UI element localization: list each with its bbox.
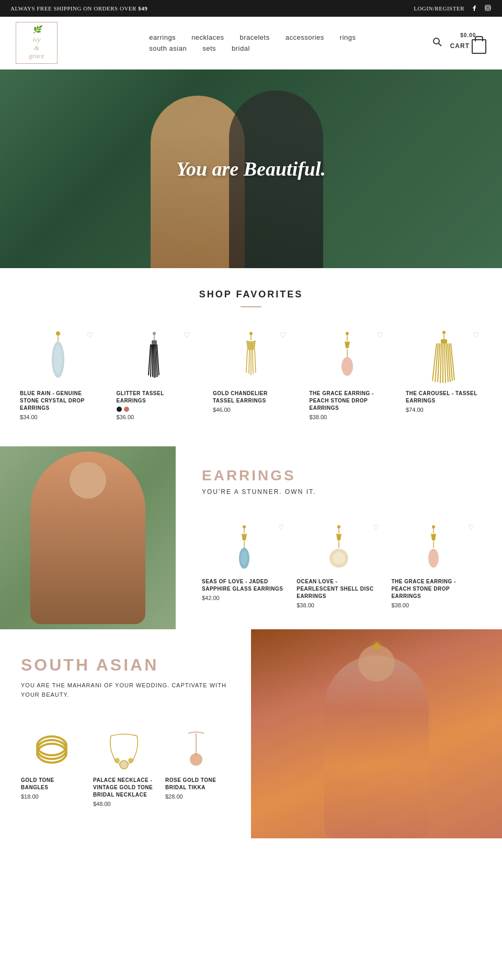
wishlist-btn-seas[interactable]: ♡ — [278, 523, 284, 532]
nav-bridal[interactable]: bridal — [232, 44, 250, 52]
wishlist-btn-5[interactable]: ♡ — [473, 331, 480, 340]
sa-product-name-necklace: PALACE NECKLACE - VINTAGE GOLD TONE BRID… — [93, 777, 155, 799]
promo-product-ocean-love[interactable]: ♡ OCEAN LOVE - PEARLESCENT SHELL DISC EA… — [296, 522, 381, 608]
promo-img-ocean: ♡ — [296, 522, 381, 574]
cart-amount: $0.00 — [460, 32, 476, 38]
svg-point-54 — [432, 525, 435, 528]
svg-line-25 — [255, 349, 256, 373]
nav-sets[interactable]: sets — [202, 44, 216, 52]
shop-favorites-section: SHOP FAVORITES ♡ BLUE RAIN - GENUINE STO… — [0, 268, 502, 446]
product-image-carousel-tassel: ♡ — [406, 328, 482, 386]
earring-illustration-2 — [140, 331, 169, 383]
nav-row-1: earrings necklaces bracelets accessories… — [149, 33, 356, 41]
promo-product-name-grace: THE GRACE EARRING - PEACH STONE DROP EAR… — [391, 578, 475, 600]
nav-south-asian[interactable]: south asian — [149, 44, 187, 52]
wishlist-btn-4[interactable]: ♡ — [376, 331, 383, 340]
svg-point-27 — [346, 332, 349, 335]
product-image-grace-earring: ♡ — [310, 328, 386, 386]
south-asian-bride-image: ◆ — [251, 629, 502, 838]
product-card-grace-earring[interactable]: ♡ THE GRACE EARRING - PEACH STONE DROP E… — [305, 323, 390, 425]
product-card-blue-rain[interactable]: ♡ BLUE RAIN - GENUINE STONE CRYSTAL DROP… — [16, 323, 100, 425]
facebook-link[interactable] — [471, 4, 478, 13]
wishlist-btn-grace2[interactable]: ♡ — [468, 523, 474, 532]
social-links: LOGIN/REGISTER — [414, 4, 492, 13]
promo-product-name-ocean: OCEAN LOVE - PEARLESCENT SHELL DISC EARR… — [296, 578, 381, 600]
promo-img-grace: ♡ — [391, 522, 475, 574]
promo-product-price-seas: $42.00 — [202, 595, 286, 601]
south-asian-section: SOUTH ASIAN YOU ARE THE MAHARANI OF YOUR… — [0, 629, 502, 838]
svg-point-49 — [337, 525, 340, 528]
sa-img-bangles — [21, 725, 83, 773]
svg-point-31 — [442, 331, 446, 334]
cart-bag-icon — [472, 39, 486, 54]
svg-line-15 — [154, 344, 154, 378]
wishlist-btn-1[interactable]: ♡ — [87, 331, 94, 340]
tikka-illustration — [178, 728, 214, 770]
svg-point-1 — [487, 7, 489, 9]
svg-point-29 — [341, 357, 353, 376]
svg-line-36 — [440, 343, 441, 383]
product-price-2: $36.00 — [117, 414, 193, 420]
nav-accessories[interactable]: accessories — [286, 33, 324, 41]
south-asian-title: SOUTH ASIAN — [21, 655, 230, 675]
header-actions: $0.00 CART — [432, 32, 486, 54]
svg-point-20 — [249, 332, 253, 335]
cart-button[interactable]: $0.00 CART — [450, 32, 486, 54]
nav-necklaces[interactable]: necklaces — [191, 33, 224, 41]
product-image-blue-rain: ♡ — [20, 328, 96, 386]
ocean-earring-illustration — [326, 524, 352, 571]
sa-product-name-bangles: GOLD TONE BANGLES — [21, 777, 83, 791]
earring-illustration-1 — [44, 331, 73, 383]
sa-product-tikka[interactable]: ROSE GOLD TONE BRIDAL TIKKA $28.00 — [165, 725, 227, 807]
wishlist-btn-2[interactable]: ♡ — [184, 331, 190, 340]
login-register-link[interactable]: LOGIN/REGISTER — [414, 5, 464, 11]
product-card-gold-chandelier[interactable]: ♡ GOLD CHANDELIER TASSEL EARRINGS $46.00 — [209, 323, 293, 425]
sa-product-bangles[interactable]: GOLD TONE BANGLES $18.00 — [21, 725, 83, 807]
shop-favorites-heading: SHOP FAVORITES — [10, 289, 492, 300]
svg-line-4 — [439, 43, 441, 46]
product-card-carousel-tassel[interactable]: ♡ THE CAROUSEL - TASSEL EARRINGS $74.00 — [402, 323, 486, 425]
product-price-4: $38.00 — [310, 414, 386, 420]
necklace-illustration — [106, 728, 142, 770]
promo-product-grace[interactable]: ♡ THE GRACE EARRING - PEACH STONE DROP E… — [391, 522, 475, 608]
sa-product-necklace[interactable]: PALACE NECKLACE - VINTAGE GOLD TONE BRID… — [93, 725, 155, 807]
south-asian-content: SOUTH ASIAN YOU ARE THE MAHARANI OF YOUR… — [0, 629, 251, 838]
product-image-gold-chandelier: ♡ — [213, 328, 289, 386]
sa-product-price-tikka: $28.00 — [165, 793, 227, 800]
nav-row-2: south asian sets bridal — [149, 44, 356, 52]
sa-product-price-bangles: $18.00 — [21, 793, 83, 800]
product-name-3: GOLD CHANDELIER TASSEL EARRINGS — [213, 390, 289, 405]
swatch-rust[interactable] — [124, 407, 129, 412]
sa-img-necklace — [93, 725, 155, 773]
earring-illustration-3 — [237, 331, 266, 383]
hero-tagline: You are Beautiful. — [176, 157, 326, 180]
announcement-bar: ALWAYS FREE SHIPPING ON ORDERS OVER $49 … — [0, 0, 502, 17]
swatch-black[interactable] — [117, 407, 122, 412]
svg-line-22 — [249, 350, 249, 374]
product-card-glitter-tassel[interactable]: ♡ GLITTER TASSEL EARRINGS $36.00 — [112, 323, 197, 425]
svg-point-61 — [115, 758, 120, 763]
svg-line-38 — [444, 343, 446, 383]
sa-product-name-tikka: ROSE GOLD TONE BRIDAL TIKKA — [165, 777, 227, 791]
wishlist-btn-ocean[interactable]: ♡ — [373, 523, 379, 532]
earrings-tagline: YOU'RE A STUNNER. OWN IT. — [202, 488, 481, 495]
nav-bracelets[interactable]: bracelets — [239, 33, 269, 41]
search-button[interactable] — [432, 37, 442, 50]
nav-rings[interactable]: rings — [340, 33, 356, 41]
product-price-1: $34.00 — [20, 414, 96, 420]
promo-img-seas: ♡ — [202, 522, 286, 574]
logo[interactable]: 🌿 ivy & grace — [16, 22, 58, 64]
svg-rect-32 — [441, 339, 447, 343]
announcement-text: ALWAYS FREE SHIPPING ON ORDERS OVER $49 — [10, 5, 147, 11]
main-nav: earrings necklaces bracelets accessories… — [149, 33, 356, 52]
south-asian-products: GOLD TONE BANGLES $18.00 PALACE NECKLACE… — [21, 725, 230, 807]
earrings-promo-products: ♡ SEAS OF LOVE - JADED SAPPHIRE GLASS EA… — [202, 522, 481, 608]
wishlist-btn-3[interactable]: ♡ — [280, 331, 287, 340]
instagram-link[interactable] — [484, 4, 492, 13]
favorites-product-grid: ♡ BLUE RAIN - GENUINE STONE CRYSTAL DROP… — [10, 323, 492, 425]
nav-earrings[interactable]: earrings — [149, 33, 176, 41]
bride-photo: ◆ — [251, 629, 502, 838]
promo-product-seas-love[interactable]: ♡ SEAS OF LOVE - JADED SAPPHIRE GLASS EA… — [202, 522, 286, 608]
hero-section: You are Beautiful. — [0, 70, 502, 268]
product-name-2: GLITTER TASSEL EARRINGS — [117, 390, 193, 405]
